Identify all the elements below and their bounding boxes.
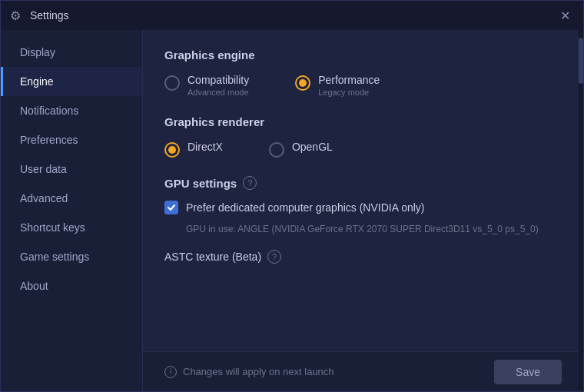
radio-performance-sublabel: Legacy mode: [318, 88, 380, 97]
sidebar-item-engine[interactable]: Engine: [1, 67, 142, 96]
sidebar-item-display[interactable]: Display: [1, 38, 142, 67]
astc-help-icon[interactable]: ?: [267, 250, 281, 264]
radio-opengl-label: OpenGL: [292, 141, 333, 153]
astc-radio-placeholder: [164, 276, 562, 291]
settings-window: ⚙ Settings ✕ Display Engine Notification…: [0, 0, 584, 392]
sidebar-item-advanced[interactable]: Advanced: [1, 184, 142, 213]
radio-directx[interactable]: DirectX: [164, 141, 223, 158]
radio-directx-label: DirectX: [187, 141, 223, 153]
radio-performance-circle: [295, 75, 310, 91]
prefer-dedicated-gpu-label: Prefer dedicated computer graphics (NVID…: [186, 201, 424, 214]
radio-compatibility[interactable]: Compatibility Advanced mode: [164, 74, 249, 97]
sidebar: Display Engine Notifications Preferences…: [1, 30, 143, 391]
graphics-engine-title: Graphics engine: [164, 48, 562, 61]
save-button[interactable]: Save: [494, 360, 562, 384]
graphics-renderer-group: DirectX OpenGL: [164, 141, 562, 158]
astc-texture-row: ASTC texture (Beta) ?: [164, 250, 562, 264]
gpu-help-icon[interactable]: ?: [243, 176, 257, 190]
astc-texture-label: ASTC texture (Beta): [164, 251, 261, 263]
radio-opengl[interactable]: OpenGL: [269, 141, 333, 158]
info-icon: i: [164, 366, 177, 378]
titlebar: ⚙ Settings ✕: [1, 1, 583, 30]
close-button[interactable]: ✕: [556, 6, 574, 25]
sidebar-item-about[interactable]: About: [1, 271, 142, 301]
radio-compatibility-sublabel: Advanced mode: [187, 88, 249, 97]
radio-compatibility-circle: [164, 75, 180, 91]
radio-performance[interactable]: Performance Legacy mode: [295, 74, 380, 97]
radio-compatibility-label: Compatibility: [187, 74, 249, 86]
window-title: Settings: [30, 9, 556, 22]
radio-directx-circle: [164, 142, 180, 158]
gpu-settings-title: GPU settings: [164, 177, 237, 190]
sidebar-item-notifications[interactable]: Notifications: [1, 96, 142, 125]
scrollbar-thumb[interactable]: [579, 38, 583, 84]
radio-performance-label: Performance: [318, 74, 380, 86]
sidebar-item-preferences[interactable]: Preferences: [1, 125, 142, 154]
sidebar-item-shortcut-keys[interactable]: Shortcut keys: [1, 213, 142, 242]
content-area: Display Engine Notifications Preferences…: [1, 30, 583, 391]
footer-note: i Changes will apply on next launch: [164, 366, 334, 378]
scrollbar-track[interactable]: [579, 30, 583, 391]
footer: i Changes will apply on next launch Save: [143, 351, 583, 391]
radio-opengl-circle: [269, 142, 284, 158]
settings-icon: ⚙: [10, 8, 24, 22]
checkmark-icon: [167, 203, 176, 212]
prefer-dedicated-gpu-checkbox: [164, 201, 178, 214]
sidebar-item-game-settings[interactable]: Game settings: [1, 242, 142, 271]
graphics-engine-group: Compatibility Advanced mode Performance …: [164, 74, 562, 97]
prefer-dedicated-gpu-row[interactable]: Prefer dedicated computer graphics (NVID…: [164, 201, 562, 214]
footer-note-text: Changes will apply on next launch: [183, 366, 334, 377]
gpu-info-text: GPU in use: ANGLE (NVIDIA GeForce RTX 20…: [164, 222, 562, 236]
main-content: Graphics engine Compatibility Advanced m…: [143, 30, 583, 337]
sidebar-item-user-data[interactable]: User data: [1, 154, 142, 184]
gpu-settings-header: GPU settings ?: [164, 176, 562, 190]
graphics-renderer-title: Graphics renderer: [164, 115, 562, 128]
